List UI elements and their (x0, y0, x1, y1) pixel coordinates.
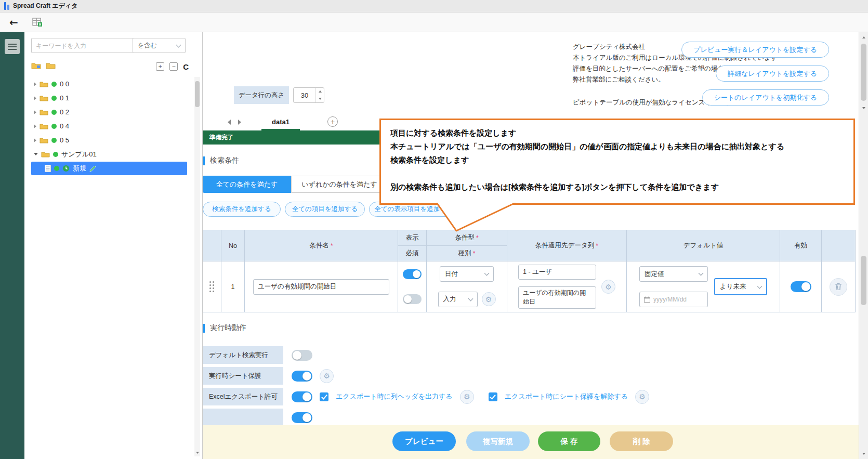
expand-arrow-icon[interactable] (34, 110, 36, 114)
gear-icon[interactable]: ⚙ (460, 390, 474, 404)
keyword-search-input[interactable] (31, 38, 133, 53)
copy-new-button[interactable]: 複写新規 (466, 431, 530, 451)
back-icon[interactable]: ← (9, 17, 18, 28)
next-sheet-icon[interactable] (238, 120, 241, 125)
sheet-tab-data1[interactable]: data1 (261, 114, 300, 130)
status-dot-icon (51, 138, 57, 143)
scroll-up-icon[interactable] (859, 33, 868, 42)
stepper-up-icon[interactable] (316, 88, 324, 95)
tree-item[interactable]: 0 1 (24, 91, 194, 105)
tree-toolbar: + − C (24, 59, 194, 74)
row-default-cell: 固定値 yyyy/MM/dd より未来 (627, 261, 780, 312)
row-height-stepper[interactable]: 30 (293, 87, 324, 103)
export-header-checkbox[interactable] (320, 392, 328, 401)
scroll-down-icon[interactable] (194, 449, 200, 456)
header-name: 条件名* (245, 230, 398, 261)
gear-icon[interactable]: ⚙ (635, 390, 649, 404)
folder-icon (40, 123, 48, 129)
section-accent-bar (203, 156, 205, 165)
default-search-toggle[interactable] (292, 350, 312, 361)
folder-icon (40, 81, 48, 87)
tree-scrollbar-thumb[interactable] (195, 81, 200, 107)
add-sheet-icon[interactable]: + (327, 116, 338, 127)
save-button[interactable]: 保 存 (538, 431, 600, 451)
collapse-all-icon[interactable]: − (169, 62, 178, 71)
delete-row-button[interactable] (830, 278, 847, 296)
callout-line: 本チュートリアルでは「ユーザの有効期間の開始日」の値が画面の指定値よりも未来日の… (390, 140, 844, 153)
default-date-input[interactable]: yyyy/MM/dd (639, 292, 708, 307)
scrollbar-thumb[interactable] (861, 256, 866, 305)
pencil-icon[interactable] (89, 165, 96, 172)
header-kind: 種別* (427, 246, 507, 261)
detail-layout-button[interactable]: 詳細なレイアウトを設定する (716, 65, 829, 82)
add-all-items-button[interactable]: 全ての項目を追加する (285, 202, 365, 217)
enabled-toggle[interactable] (791, 281, 811, 292)
kind-select[interactable]: 入力 (438, 292, 478, 307)
runtime-row: 実行時シート保護 ⚙ (203, 367, 334, 385)
excel-export-toggle[interactable] (292, 391, 312, 402)
expand-arrow-icon[interactable] (34, 96, 36, 100)
window-title: Spread Craft エディタ (13, 2, 77, 10)
runtime-row: デフォルト検索実行 (203, 346, 312, 364)
runtime-row-clipped (203, 409, 312, 426)
tree-item-expanded[interactable]: サンプル01 (24, 147, 194, 161)
new-folder-icon[interactable] (31, 62, 41, 71)
tree-item[interactable]: 0 0 (24, 77, 194, 91)
tree-item[interactable]: 0 2 (24, 105, 194, 119)
tree-item-label: 0 4 (60, 122, 69, 130)
add-condition-button[interactable]: 検索条件を追加する (203, 202, 281, 217)
header-default: デフォルト値 (627, 230, 780, 261)
expand-arrow-icon[interactable] (34, 82, 36, 86)
main-scrollbar[interactable] (859, 32, 868, 459)
export-unprotect-checkbox[interactable] (489, 392, 497, 401)
row-height-label: データ行の高さ (234, 86, 289, 104)
target-table-input[interactable] (518, 265, 596, 280)
gear-icon[interactable]: ⚙ (320, 369, 334, 383)
status-dot-icon (51, 124, 57, 129)
tree-item-selected[interactable]: 新規 (31, 162, 187, 175)
expand-all-icon[interactable]: + (156, 62, 164, 71)
target-column-box[interactable]: ユーザの有効期間の開始日 (518, 286, 596, 309)
gear-icon[interactable]: ⚙ (482, 292, 496, 306)
menu-icon[interactable] (5, 39, 20, 54)
tree-item[interactable]: 0 4 (24, 119, 194, 133)
refresh-icon[interactable]: C (183, 62, 189, 71)
collapse-arrow-icon[interactable] (34, 153, 38, 155)
folder-icon (40, 95, 48, 101)
delete-button[interactable]: 削 除 (610, 431, 673, 451)
expand-arrow-icon[interactable] (34, 138, 36, 142)
scroll-down-icon[interactable] (859, 104, 868, 112)
reset-sheet-layout-button[interactable]: シートのレイアウトを初期化する (702, 89, 829, 106)
runtime-toggle[interactable] (292, 412, 312, 423)
tutorial-callout: 項目に対する検索条件を設定します 本チュートリアルでは「ユーザの有効期間の開始日… (379, 119, 855, 205)
export-header-checkbox-label[interactable]: エクスポート時に列ヘッダを出力する (336, 392, 453, 401)
compare-select[interactable]: より未来 (714, 278, 767, 295)
row-drag-handle[interactable] (203, 261, 221, 312)
tree-item-label: 0 0 (60, 80, 69, 88)
excel-export-icon[interactable] (32, 17, 43, 28)
match-all-button[interactable]: 全ての条件を満たす (203, 176, 291, 193)
scrollbar-thumb[interactable] (861, 44, 866, 101)
tree-scrollbar[interactable] (194, 77, 200, 456)
required-toggle[interactable] (403, 294, 422, 304)
show-toggle[interactable] (403, 269, 422, 279)
scroll-down-icon[interactable] (859, 450, 868, 458)
default-mode-select[interactable]: 固定値 (639, 266, 708, 282)
tree-item[interactable]: 0 5 (24, 133, 194, 147)
row-enabled-cell (780, 261, 822, 312)
prev-sheet-icon[interactable] (228, 120, 231, 125)
preview-run-layout-button[interactable]: プレビュー実行＆レイアウトを設定する (681, 42, 829, 58)
preview-button[interactable]: プレビュー (392, 431, 456, 451)
gear-icon[interactable]: ⚙ (601, 280, 615, 294)
condition-type-select[interactable]: 日付 (440, 266, 494, 282)
stepper-down-icon[interactable] (316, 95, 324, 102)
document-icon (45, 165, 51, 172)
expand-arrow-icon[interactable] (34, 124, 36, 128)
condition-name-input[interactable] (253, 279, 389, 295)
export-unprotect-checkbox-label[interactable]: エクスポート時にシート保護を解除する (505, 392, 628, 401)
row-target-cell: ユーザの有効期間の開始日 ⚙ (507, 261, 627, 312)
match-any-button[interactable]: いずれかの条件を満たす (291, 176, 388, 193)
sheet-protect-toggle[interactable] (292, 371, 312, 382)
folder-icon[interactable] (46, 62, 56, 71)
match-mode-select[interactable]: を含む (133, 38, 186, 53)
